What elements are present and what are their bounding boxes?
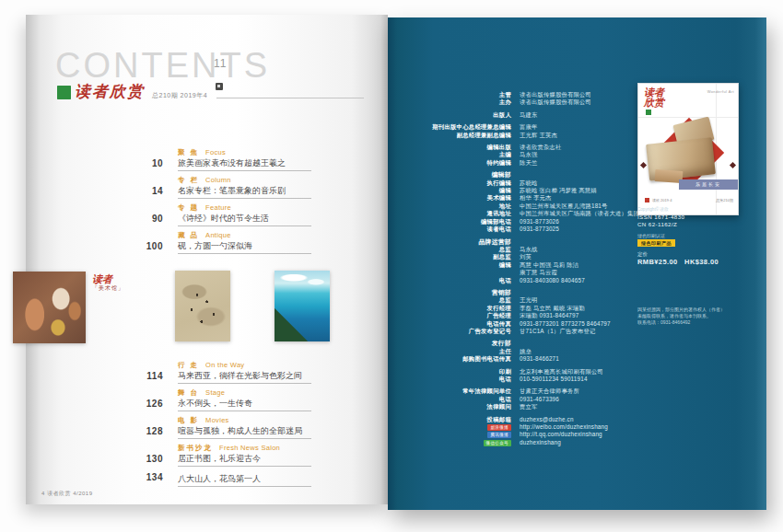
masthead-value: 王光明 — [520, 296, 538, 304]
toc-entry: 电 影Movies 喧嚣与孤独，构成人生的全部迷局 — [178, 417, 316, 439]
toc-title: 八大山人，花鸟第一人 — [178, 474, 316, 483]
masthead-row: 电话 0931-4673396 — [388, 396, 664, 403]
masthead-row: 电话 010-59011234 59011914 — [388, 376, 664, 383]
masthead-value: 陈天竺 — [520, 159, 538, 167]
toc-item: 128 电 影Movies 喧嚣与孤独，构成人生的全部迷局 — [26, 417, 344, 439]
masthead-label-text: 品牌运营部 — [479, 238, 511, 246]
green-print-badge: 绿色印刷产品 — [637, 239, 675, 247]
note-line: 未能取得联系，请作者与本刊联系。 — [637, 313, 757, 319]
masthead-label-text: 常年法律顾问单位 — [462, 387, 511, 395]
toc-page-number: 10 — [26, 149, 163, 171]
toc-category-cn: 专 题 — [178, 203, 199, 212]
toc-category-cn: 行 走 — [178, 361, 199, 369]
masthead-label-text: 地址 — [499, 202, 511, 210]
masthead-label-text: 法律顾问 — [487, 403, 511, 411]
masthead-label-text: 出版人 — [493, 111, 511, 119]
masthead-value: 0931-8773026 — [520, 218, 559, 226]
masthead-label-text: 总监 — [499, 296, 511, 304]
masthead-label-text: 营销部 — [492, 289, 511, 296]
cover-tagline: Wonderful Art — [707, 89, 734, 94]
social-chip-icon: 腾讯微博 — [487, 432, 511, 438]
masthead-row: 主管 读者出版传媒股份有限公司 — [388, 91, 664, 98]
masthead-value: 甘71C1A（1）广告发布登记 — [520, 328, 595, 335]
masthead-label: 主编 — [388, 151, 511, 158]
page-footer: 4 读者欣赏 4/2019 — [41, 490, 93, 498]
gallery-logo-sub: 「美术馆」 — [92, 284, 124, 293]
masthead-row: 微信公众号 duzhexinshang — [388, 439, 664, 446]
masthead-row: 邮购图书电话传真 0931-8466271 — [388, 355, 664, 363]
masthead-value: http://t.qq.com/duzhexinshang — [520, 431, 602, 438]
diamond-icon — [640, 162, 647, 168]
toc-underline — [178, 170, 311, 171]
magazine-spread-photo: CONTENTS 11 读者欣赏 总210期 2019年4 10 聚 焦Focu… — [0, 0, 783, 532]
social-chip-icon: 微信公众号 — [484, 440, 511, 446]
masthead-row: 主任 姚垒 — [388, 348, 664, 355]
masthead-row: 主办 读者出版传媒股份有限公司 — [388, 98, 664, 106]
contents-superscript: 11 — [214, 57, 227, 70]
toc-entry: 专 题Feature 《诗经》时代的节令生活 — [178, 204, 316, 226]
masthead-page: 主管 读者出版传媒股份有限公司 主办 读者出版传媒股份有限公司 — [388, 17, 766, 510]
toc-category-en: Stage — [205, 388, 225, 397]
masthead-value: 0931-8773201 8773275 8464797 — [520, 320, 611, 328]
masthead-label-text: 通讯地址 — [487, 210, 511, 217]
artwork-image-sea-photo — [275, 271, 330, 341]
masthead-label: 主管 — [388, 91, 511, 98]
toc-category: 专 题Feature — [178, 204, 316, 212]
price-value: RMB¥25.00 HK$38.00 — [637, 258, 719, 266]
masthead-label-text: 编辑 — [499, 261, 511, 269]
masthead-list: 主管 读者出版传媒股份有限公司 主办 读者出版传媒股份有限公司 — [388, 91, 664, 446]
masthead-row: 发行部 — [388, 340, 664, 347]
masthead-value: 高慧 中国强 马莉 陈洁 — [520, 261, 578, 269]
masthead-label: 电话 — [388, 376, 511, 383]
masthead-row: 常年法律顾问单位 甘肃正天合律师事务所 — [388, 387, 664, 395]
masthead-row: 总监 王光明 — [388, 296, 664, 304]
toc-item: 10 聚 焦Focus 旅美画家袁布没有超越王羲之 — [26, 149, 344, 171]
masthead-row: 出版人 马建东 — [388, 111, 664, 119]
cover-logo-line2: 欣赏 — [644, 98, 664, 108]
masthead-label-text: 电话传真 — [487, 320, 511, 328]
masthead-label: 腾讯微博 — [388, 431, 511, 438]
masthead-value: 0931-4673396 — [520, 396, 559, 403]
masthead-label: 编辑部电话 — [388, 218, 511, 226]
masthead-label-text: 主编 — [499, 151, 511, 158]
toc-category-en: Focus — [205, 148, 226, 156]
masthead-row: 副总经理兼副总编辑 王光辉 王英杰 — [388, 132, 664, 139]
masthead-value: 北京利丰雅高长城印刷有限公司 — [520, 368, 603, 376]
masthead-row: 执行编辑 苏晓晗 — [388, 179, 664, 187]
masthead-row: 电话传真 0931-8773201 8773275 8464797 — [388, 320, 664, 328]
toc-title: 旅美画家袁布没有超越王羲之 — [178, 158, 316, 168]
masthead-label: 特约编辑 — [388, 159, 511, 167]
masthead-label: 投稿邮箱 — [388, 416, 511, 423]
toc-title: 《诗经》时代的节令生活 — [178, 214, 316, 223]
masthead-label-text: 编辑出版 — [487, 144, 511, 151]
masthead-value: 马永战 — [520, 246, 538, 253]
masthead-row: 读者电话 0931-8773025 — [388, 226, 664, 233]
masthead-row: 电话 0931-8403080 8404657 — [388, 277, 664, 284]
toc-category-en: Feature — [205, 203, 231, 212]
masthead-row: 广告发布登记号 甘71C1A（1）广告发布登记 — [388, 328, 664, 335]
note-line: 因某些原因，部分图片的著作权人（作者） — [637, 306, 757, 313]
masthead-label-text: 广告经理 — [487, 312, 511, 319]
toc-entry: 八大山人，花鸟第一人 — [178, 472, 316, 487]
toc-page-number: 114 — [26, 362, 163, 384]
masthead-label: 编辑部 — [388, 171, 511, 179]
toc-title: 马来西亚，徜徉在光影与色彩之间 — [178, 371, 316, 380]
toc-item: 100 藏 品Antique 砚，方圆一勺深似海 — [26, 232, 344, 254]
masthead-row: 特约编辑 陈天竺 — [388, 159, 664, 167]
masthead-row: 副总监 刘英 — [388, 253, 664, 260]
toc-category: 新书沙龙Fresh News Salon — [178, 445, 316, 452]
toc-underline — [178, 226, 311, 226]
masthead-label-text: 投稿邮箱 — [487, 416, 511, 423]
masthead-row: 品牌运营部 — [388, 238, 664, 246]
toc-underline — [178, 253, 311, 254]
masthead-row: 编辑部电话 0931-8773026 — [388, 218, 664, 226]
masthead-value: 读者出版传媒股份有限公司 — [520, 91, 591, 98]
masthead-row: 投稿邮箱 duzhexs@duzhe.cn — [388, 416, 664, 423]
toc-category-en: Fresh News Salon — [219, 444, 280, 452]
masthead-value: 读者出版传媒股份有限公司 — [520, 98, 591, 106]
masthead-label: 出版人 — [388, 111, 511, 119]
toc-category-en: Antique — [205, 231, 231, 239]
masthead-label: 主办 — [388, 98, 511, 106]
masthead-label-text: 副总经理兼副总编辑 — [457, 132, 511, 139]
masthead-label: 编辑出版 — [388, 144, 511, 151]
